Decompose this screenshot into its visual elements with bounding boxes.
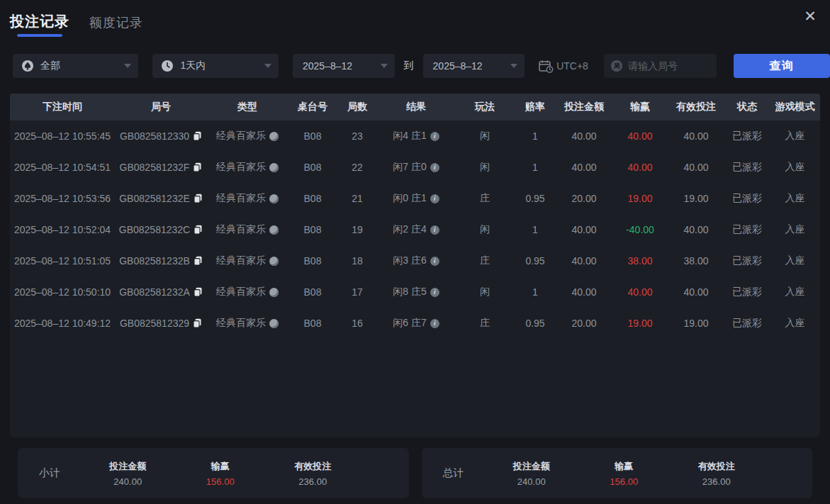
table-no-cell: B08: [288, 193, 337, 204]
round-no-cell: 16: [337, 318, 377, 329]
result-cell: 闲3 庄6 i: [377, 254, 455, 267]
valid-bet-cell: 40.00: [668, 286, 724, 298]
info-icon[interactable]: i: [430, 163, 439, 172]
bet-time-cell: 2025–08–12 10:49:12: [10, 318, 115, 329]
game-type-cell: 经典百家乐: [207, 192, 288, 205]
game-mode-cell: 入座: [770, 223, 820, 236]
stat-value: 156.00: [174, 476, 267, 487]
game-type: 经典百家乐: [216, 223, 266, 236]
copy-icon[interactable]: [193, 131, 202, 141]
play-cell: 庄: [455, 192, 515, 205]
result-value: 闲4 庄1: [393, 130, 426, 142]
result-value: 闲0 庄1: [393, 192, 426, 205]
info-icon[interactable]: i: [430, 288, 439, 297]
time-range-select[interactable]: 1天内: [152, 54, 278, 78]
round-id: GB082581232E: [119, 193, 190, 204]
bet-amount-cell: 20.00: [556, 318, 612, 329]
info-icon[interactable]: i: [430, 319, 439, 328]
stat-value: 240.00: [486, 476, 578, 487]
header-bet-time: 下注时间: [10, 101, 115, 113]
table-body: 2025–08–12 10:55:45 GB0825812330 经典百家乐 B…: [10, 121, 820, 437]
game-disc-icon[interactable]: [269, 194, 279, 203]
round-id-cell: GB082581232F: [115, 162, 207, 173]
result-cell: 闲8 庄5 i: [377, 286, 455, 298]
header-bet-amount: 投注金额: [556, 101, 612, 113]
round-no-cell: 23: [337, 130, 377, 142]
bet-amount-cell: 40.00: [556, 224, 612, 235]
round-id-cell: GB082581232B: [115, 255, 207, 267]
chevron-down-icon: [381, 64, 388, 68]
query-button[interactable]: 查询: [734, 54, 830, 78]
play-cell: 庄: [455, 317, 515, 330]
subtotal-win-loss: 输赢 156.00: [174, 460, 267, 487]
active-tab-underline: [17, 34, 62, 37]
valid-bet-cell: 38.00: [668, 255, 724, 267]
close-icon[interactable]: ✕: [800, 6, 820, 26]
table-row: 2025–08–12 10:53:56 GB082581232E 经典百家乐 B…: [10, 183, 820, 214]
result-value: 闲7 庄0: [393, 161, 426, 174]
game-disc-icon[interactable]: [269, 163, 279, 172]
odds-cell: 0.95: [515, 193, 556, 204]
header-play: 玩法: [455, 101, 515, 113]
copy-icon[interactable]: [193, 318, 202, 328]
result-cell: 闲7 庄0 i: [377, 161, 455, 174]
copy-icon[interactable]: [194, 225, 203, 235]
subtotal-label: 小计: [18, 466, 82, 480]
info-icon[interactable]: i: [430, 257, 439, 266]
status-cell: 已派彩: [724, 317, 770, 330]
chevron-down-icon: [124, 64, 131, 68]
stat-value: 156.00: [578, 476, 671, 487]
game-mode-cell: 入座: [770, 254, 820, 267]
odds-cell: 0.95: [515, 255, 556, 267]
result-cell: 闲4 庄1 i: [377, 130, 455, 142]
game-type-value: 全部: [40, 60, 117, 72]
info-icon[interactable]: i: [430, 225, 439, 235]
win-loss-cell: 40.00: [612, 162, 668, 173]
copy-icon[interactable]: [194, 194, 203, 203]
copy-icon[interactable]: [193, 162, 202, 172]
header-round-id: 局号: [115, 101, 207, 113]
copy-icon[interactable]: [194, 256, 203, 266]
play-cell: 闲: [455, 223, 515, 236]
game-type: 经典百家乐: [216, 130, 266, 142]
date-from-select[interactable]: 2025–8–12: [293, 54, 395, 78]
round-id-cell: GB082581232C: [115, 224, 207, 235]
info-icon[interactable]: i: [430, 194, 439, 203]
play-cell: 闲: [455, 130, 515, 142]
win-loss-cell: 19.00: [612, 193, 668, 204]
header-round-no: 局数: [337, 101, 377, 113]
copy-icon[interactable]: [194, 287, 203, 297]
date-to-select[interactable]: 2025–8–12: [423, 54, 525, 78]
round-id: GB082581232A: [119, 286, 190, 298]
game-disc-icon[interactable]: [269, 288, 279, 297]
game-type: 经典百家乐: [216, 286, 266, 298]
game-disc-icon[interactable]: [269, 257, 279, 266]
round-id-cell: GB0825812329: [115, 318, 207, 329]
result-value: 闲6 庄7: [393, 317, 426, 330]
odds-cell: 1: [515, 162, 556, 173]
bet-amount-cell: 40.00: [556, 286, 612, 298]
round-number-input[interactable]: [628, 60, 710, 72]
stat-label: 有效投注: [267, 460, 359, 473]
info-icon[interactable]: i: [430, 132, 439, 141]
game-type-select[interactable]: 全部: [13, 54, 138, 78]
game-type-cell: 经典百家乐: [207, 161, 288, 174]
filter-bar: 全部 1天内 2025–8–12 到 2025–8–12: [13, 54, 830, 78]
table-no-cell: B08: [288, 162, 337, 173]
subtotal-panel: 小计 投注金额 240.00 输赢 156.00 有效投注 236.00: [18, 448, 409, 498]
table-row: 2025–08–12 10:51:05 GB082581232B 经典百家乐 B…: [10, 245, 820, 276]
odds-cell: 1: [515, 130, 556, 142]
tab-quota-records[interactable]: 额度记录: [89, 14, 143, 40]
game-disc-icon[interactable]: [269, 132, 279, 141]
tab-betting-records[interactable]: 投注记录: [10, 12, 69, 40]
result-cell: 闲6 庄7 i: [377, 317, 455, 330]
valid-bet-cell: 40.00: [668, 130, 724, 142]
status-cell: 已派彩: [724, 130, 770, 142]
win-loss-cell: 38.00: [612, 255, 668, 267]
game-disc-icon[interactable]: [269, 225, 279, 235]
table-row: 2025–08–12 10:49:12 GB0825812329 经典百家乐 B…: [10, 308, 820, 339]
stat-label: 有效投注: [671, 460, 763, 473]
round-number-input-wrap[interactable]: 局: [604, 54, 717, 78]
game-disc-icon[interactable]: [269, 319, 279, 328]
titlebar: 投注记录 额度记录 ✕: [0, 0, 830, 40]
